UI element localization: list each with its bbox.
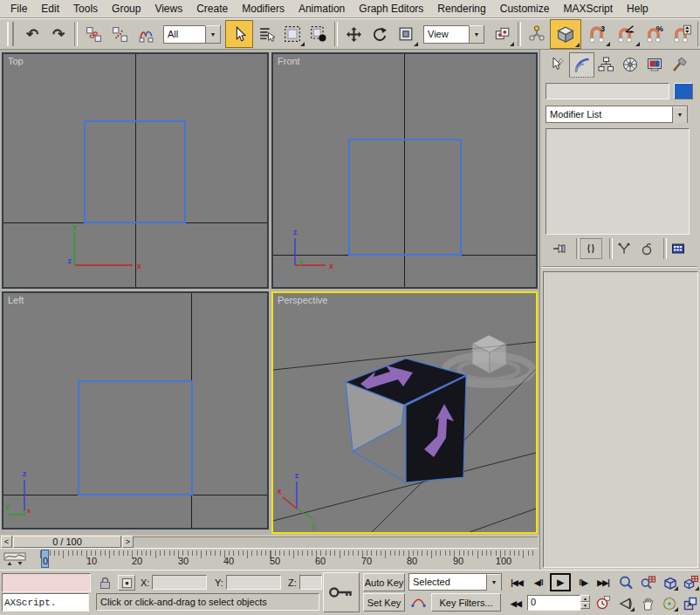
previous-frame-button[interactable]: ◀‖ xyxy=(530,574,547,591)
key-filters-button[interactable]: Key Filters... xyxy=(431,593,501,612)
menu-modifiers[interactable]: Modifiers xyxy=(235,0,292,17)
viewport-left-canvas[interactable]: z y x xyxy=(3,293,267,528)
bind-to-space-warp-button[interactable] xyxy=(133,21,159,47)
time-next-button[interactable]: > xyxy=(122,536,134,548)
tab-utilities[interactable] xyxy=(667,52,690,76)
dropdown-arrow-icon[interactable]: ▼ xyxy=(486,574,501,591)
window-crossing-button[interactable] xyxy=(305,21,332,47)
frame-spinner[interactable]: ▲ ▼ xyxy=(580,595,590,611)
undo-button[interactable]: ↶ xyxy=(19,21,45,47)
tab-motion[interactable] xyxy=(618,52,642,76)
configure-modifier-sets-button[interactable] xyxy=(668,239,689,258)
select-by-name-button[interactable] xyxy=(253,21,279,47)
select-and-rotate-button[interactable] xyxy=(367,21,393,47)
dropdown-arrow-icon[interactable]: ▼ xyxy=(205,25,220,43)
maxscript-listener-input[interactable]: AXScript. xyxy=(2,593,89,612)
menu-file[interactable]: File xyxy=(3,0,34,17)
min-max-toggle-button[interactable] xyxy=(681,594,700,612)
select-and-link-button[interactable] xyxy=(80,21,106,47)
auto-key-button[interactable]: Auto Key xyxy=(363,573,405,591)
menu-maxscript[interactable]: MAXScript xyxy=(556,0,620,17)
object-color-swatch[interactable] xyxy=(674,83,693,99)
reference-coordinate-combo[interactable]: View ▼ xyxy=(423,25,484,44)
viewport-top-label[interactable]: Top xyxy=(8,56,24,66)
toolbar-grip[interactable] xyxy=(7,22,14,46)
arc-rotate-button[interactable] xyxy=(659,594,679,612)
next-frame-button[interactable]: ‖▶ xyxy=(574,574,592,591)
menu-graph-editors[interactable]: Graph Editors xyxy=(352,0,430,17)
unlink-selection-button[interactable] xyxy=(106,21,133,47)
remove-modifier-button[interactable] xyxy=(636,239,657,258)
select-object-button[interactable] xyxy=(225,20,253,48)
key-mode-toggle-button[interactable]: ◀◀ xyxy=(507,595,525,612)
zoom-button[interactable] xyxy=(615,573,635,591)
viewport-front-canvas[interactable]: z y x xyxy=(273,54,536,287)
time-configuration-button[interactable] xyxy=(594,594,612,612)
viewport-front-label[interactable]: Front xyxy=(278,56,300,66)
percent-snap-button[interactable]: % xyxy=(641,21,669,47)
tab-hierarchy[interactable] xyxy=(594,52,617,76)
menu-customize[interactable]: Customize xyxy=(493,0,557,17)
dropdown-arrow-icon[interactable]: ▼ xyxy=(469,25,484,43)
object-name-field[interactable] xyxy=(546,83,669,99)
zoom-extents-all-button[interactable] xyxy=(681,573,700,591)
menu-rendering[interactable]: Rendering xyxy=(430,0,492,17)
rollout-area[interactable] xyxy=(543,271,698,568)
maxscript-listener-output[interactable] xyxy=(2,573,91,592)
selected-box-wireframe-front[interactable] xyxy=(349,140,461,255)
time-prev-button[interactable]: < xyxy=(1,536,12,548)
pin-stack-button[interactable] xyxy=(549,239,570,258)
tab-modify[interactable] xyxy=(569,52,594,78)
zoom-all-button[interactable] xyxy=(637,573,657,591)
zoom-extents-button[interactable] xyxy=(659,573,679,591)
menu-edit[interactable]: Edit xyxy=(34,0,66,17)
menu-animation[interactable]: Animation xyxy=(292,0,352,17)
play-button[interactable]: ▶ xyxy=(550,573,571,591)
time-slider-handle[interactable]: 0 / 100 xyxy=(13,536,121,548)
snap-toggle-3d-button[interactable]: 3 xyxy=(581,21,611,47)
redo-button[interactable]: ↷ xyxy=(45,21,72,47)
viewport-left[interactable]: Left z y x xyxy=(2,291,269,530)
show-end-result-button[interactable] xyxy=(580,238,602,259)
set-keys-button[interactable] xyxy=(323,572,360,612)
field-of-view-button[interactable] xyxy=(615,594,635,612)
spinner-down-icon[interactable]: ▼ xyxy=(580,602,590,609)
z-coord-field[interactable] xyxy=(299,575,322,590)
viewport-front[interactable]: Front z y x xyxy=(271,52,538,289)
viewport-perspective[interactable]: Perspective xyxy=(271,291,538,534)
use-pivot-point-center-button[interactable] xyxy=(489,21,515,47)
select-and-move-button[interactable] xyxy=(340,21,367,47)
select-and-scale-button[interactable] xyxy=(393,21,419,47)
viewport-perspective-canvas[interactable]: z x y xyxy=(273,293,536,532)
make-unique-button[interactable] xyxy=(614,239,635,258)
default-tangent-button[interactable] xyxy=(408,593,428,612)
spinner-up-icon[interactable]: ▲ xyxy=(580,595,590,602)
dropdown-arrow-icon[interactable]: ▼ xyxy=(672,106,687,123)
tab-create[interactable] xyxy=(545,52,568,76)
modifier-list-combo[interactable]: Modifier List ▼ xyxy=(546,106,688,123)
modifier-stack-list[interactable] xyxy=(546,128,690,235)
pan-view-button[interactable] xyxy=(637,594,657,612)
x-coord-field[interactable] xyxy=(152,575,207,590)
open-mini-curve-editor-button[interactable] xyxy=(2,550,28,568)
go-to-end-button[interactable]: ▶▶| xyxy=(594,574,613,591)
menu-create[interactable]: Create xyxy=(189,0,235,17)
select-and-manipulate-button[interactable] xyxy=(524,21,550,47)
selection-set-combo[interactable]: Selected ▼ xyxy=(408,573,502,591)
set-key-button[interactable]: Set Key xyxy=(363,593,405,612)
spinner-snap-button[interactable] xyxy=(669,21,695,47)
absolute-offset-mode-button[interactable] xyxy=(118,575,135,591)
selected-arrow-box[interactable] xyxy=(346,359,466,482)
viewport-left-label[interactable]: Left xyxy=(8,295,24,305)
y-coord-field[interactable] xyxy=(226,575,281,590)
go-to-start-button[interactable]: |◀◀ xyxy=(507,574,526,591)
menu-views[interactable]: Views xyxy=(148,0,189,17)
rectangular-selection-region-button[interactable] xyxy=(279,21,305,47)
viewport-perspective-label[interactable]: Perspective xyxy=(278,295,327,305)
viewport-top[interactable]: Top y z x xyxy=(2,52,269,289)
menu-tools[interactable]: Tools xyxy=(66,0,105,17)
tab-display[interactable] xyxy=(642,52,666,76)
selection-lock-icon[interactable] xyxy=(98,576,113,591)
current-frame-field[interactable]: 0 xyxy=(527,595,580,611)
viewport-top-canvas[interactable]: y z x xyxy=(3,54,267,287)
